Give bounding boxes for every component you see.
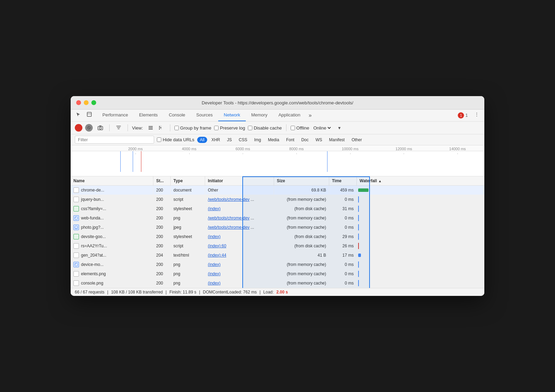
col-status[interactable]: St... (153, 176, 171, 185)
col-name[interactable]: Name (71, 176, 153, 185)
tick-4000ms: 4000 ms (162, 147, 216, 151)
filter-doc[interactable]: Doc (299, 137, 311, 143)
table-row[interactable]: photo.jpg?... 200 jpeg /web/tools/chrome… (71, 223, 484, 232)
offline-checkbox[interactable] (291, 126, 295, 130)
svg-rect-0 (87, 112, 91, 116)
col-size[interactable]: Size (274, 176, 329, 185)
tab-network[interactable]: Network (218, 110, 246, 121)
td-time: 0 ms (329, 260, 357, 269)
dock-icon[interactable] (84, 110, 94, 119)
td-type: png (171, 214, 205, 223)
devtools-menu-button[interactable]: ⋮ (472, 110, 482, 119)
td-status: 200 (153, 223, 171, 232)
td-status: 200 (153, 232, 171, 241)
tab-elements[interactable]: Elements (133, 110, 163, 121)
table-row[interactable]: devsite-goo... 200 stylesheet (index) (f… (71, 232, 484, 241)
timeline-vline-2 (133, 151, 133, 172)
table-row[interactable]: console.png 200 png (index) (from memory… (71, 279, 484, 288)
filter-img[interactable]: Img (251, 137, 264, 143)
timeline-graph-area[interactable]: 2000 ms 4000 ms 6000 ms 8000 ms 10000 ms… (71, 145, 484, 176)
filter-ws[interactable]: WS (313, 137, 325, 143)
td-initiator: /web/tools/chrome-dev ... (205, 195, 274, 204)
maximize-button[interactable] (91, 100, 96, 105)
cursor-icon[interactable] (73, 110, 83, 119)
file-icon-script (73, 197, 79, 202)
record-button[interactable] (75, 124, 82, 132)
table-row[interactable]: chrome-de... 200 document Other 69.8 KB … (71, 186, 484, 195)
svg-rect-16 (75, 228, 78, 229)
svg-point-18 (75, 264, 76, 265)
filter-media[interactable]: Media (265, 137, 282, 143)
col-initiator[interactable]: Initiator (205, 176, 274, 185)
table-row[interactable]: jquery-bun... 200 script /web/tools/chro… (71, 195, 484, 204)
throttle-dropdown-icon[interactable]: ▾ (335, 123, 344, 133)
filter-js[interactable]: JS (224, 137, 234, 143)
svg-rect-1 (87, 114, 91, 114)
td-size: (from memory cache) (274, 260, 329, 269)
file-icon-stylesheet (73, 206, 79, 212)
td-waterfall (357, 204, 484, 213)
td-size: (from disk cache) (274, 232, 329, 241)
preserve-log-checkbox[interactable] (214, 126, 219, 130)
waterfall-bar (358, 280, 359, 286)
list-view-button[interactable] (146, 123, 155, 133)
file-icon-text (73, 252, 79, 258)
error-indicator[interactable]: 1 1 (455, 110, 471, 121)
filter-css[interactable]: CSS (236, 137, 250, 143)
table-row[interactable]: web-funda... 200 png /web/tools/chrome-d… (71, 214, 484, 223)
file-icon-png2 (73, 262, 79, 267)
waterfall-bar (358, 234, 359, 240)
table-row[interactable]: device-mo... 200 png (index) (from memor… (71, 260, 484, 269)
close-button[interactable] (76, 100, 81, 105)
td-initiator: (index) (205, 269, 274, 278)
file-icon-png4 (73, 280, 79, 286)
waterfall-view-button[interactable] (156, 123, 166, 133)
col-type[interactable]: Type (171, 176, 205, 185)
camera-icon[interactable] (95, 123, 105, 133)
col-waterfall[interactable]: Waterfall ▲ (357, 176, 484, 185)
tab-application[interactable]: Application (273, 110, 306, 121)
hide-data-urls-checkbox[interactable] (157, 137, 161, 142)
timeline-graph (71, 151, 484, 172)
filter-input[interactable] (75, 136, 154, 144)
tick-8000ms: 8000 ms (270, 147, 323, 151)
table-row[interactable]: css?family=... 200 stylesheet (index) (f… (71, 204, 484, 214)
td-name: web-funda... (71, 214, 153, 223)
td-type: png (171, 279, 205, 288)
stop-button[interactable] (85, 124, 93, 132)
disable-cache-checkbox[interactable] (248, 126, 252, 130)
file-icon-jpeg (73, 225, 79, 230)
group-by-frame-checkbox[interactable] (174, 126, 179, 130)
filter-other[interactable]: Other (349, 137, 365, 143)
filter-icon[interactable] (114, 123, 123, 133)
timeline-vline-1 (120, 151, 121, 172)
tab-sources[interactable]: Sources (191, 110, 218, 121)
td-initiator: (index) (205, 279, 274, 288)
network-throttle-select[interactable]: Online (312, 125, 332, 131)
table-row[interactable]: gen_204?at... 204 text/html (index):44 4… (71, 251, 484, 260)
td-time: 459 ms (329, 186, 357, 195)
waterfall-bar (358, 271, 359, 277)
view-label: View: (132, 125, 143, 131)
waterfall-bar (358, 243, 359, 249)
more-tabs-button[interactable]: » (306, 110, 314, 121)
table-row[interactable]: rs=AA2YrTu... 200 script (index):60 (fro… (71, 241, 484, 251)
td-waterfall (357, 260, 484, 269)
filter-manifest[interactable]: Manifest (326, 137, 347, 143)
filter-xhr[interactable]: XHR (209, 137, 223, 143)
offline-label: Offline (291, 125, 309, 131)
filter-all[interactable]: All (197, 137, 207, 143)
col-time[interactable]: Time (329, 176, 357, 185)
table-row[interactable]: elements.png 200 png (index) (from memor… (71, 269, 484, 279)
waterfall-bar (358, 215, 359, 221)
td-time: 26 ms (329, 241, 357, 250)
td-size: 69.8 KB (274, 186, 329, 195)
tick-6000ms: 6000 ms (216, 147, 270, 151)
td-type: stylesheet (171, 232, 205, 241)
td-name: photo.jpg?... (71, 223, 153, 232)
tab-memory[interactable]: Memory (246, 110, 273, 121)
minimize-button[interactable] (84, 100, 89, 105)
filter-font[interactable]: Font (283, 137, 297, 143)
tab-console[interactable]: Console (163, 110, 191, 121)
tab-performance[interactable]: Performance (97, 110, 133, 121)
